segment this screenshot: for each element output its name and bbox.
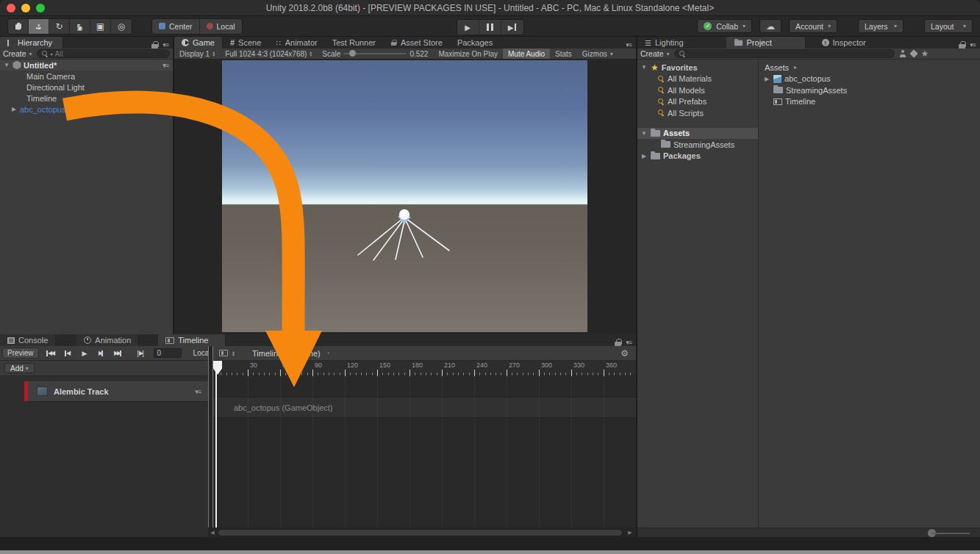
minimize-window-button[interactable] bbox=[21, 4, 30, 12]
tab-animation[interactable]: Animation bbox=[76, 334, 139, 346]
go-to-end-button[interactable]: ▶▶ bbox=[110, 350, 126, 356]
tab-console[interactable]: Console bbox=[0, 334, 56, 346]
rotate-tool-button[interactable]: ↻ bbox=[49, 19, 70, 34]
scene-menu-icon[interactable]: ▾≡ bbox=[162, 62, 168, 69]
file-streaming-assets[interactable]: StreamingAssets bbox=[759, 84, 980, 96]
gizmos-dropdown[interactable]: Gizmos▾ bbox=[577, 48, 618, 59]
hierarchy-item-main-camera[interactable]: Main Camera bbox=[0, 71, 173, 82]
panel-menu-icon[interactable]: ▾≡ bbox=[162, 41, 168, 48]
assets-folder-row[interactable]: ▼ Assets bbox=[637, 128, 758, 140]
project-search[interactable] bbox=[674, 49, 895, 58]
file-abc-octopus[interactable]: ▶ abc_octopus bbox=[759, 73, 980, 85]
next-frame-button[interactable]: ▶ bbox=[93, 350, 110, 356]
foldout-open-icon[interactable]: ▼ bbox=[640, 130, 648, 137]
streaming-assets-folder-row[interactable]: StreamingAssets bbox=[637, 139, 758, 151]
play-range-button[interactable]: [▶] bbox=[132, 350, 149, 357]
hierarchy-create-button[interactable]: Create▾ bbox=[3, 49, 32, 58]
zoom-window-button[interactable] bbox=[36, 4, 45, 12]
panel-menu-icon[interactable]: ▾≡ bbox=[626, 41, 632, 48]
tab-lighting[interactable]: ☰Lighting bbox=[637, 37, 691, 48]
transform-tool-button[interactable]: ◎ bbox=[111, 19, 132, 34]
clip-view-icon[interactable] bbox=[219, 350, 228, 356]
foldout-closed-icon[interactable]: ▶ bbox=[763, 76, 770, 82]
scroll-thumb[interactable] bbox=[218, 529, 623, 536]
account-dropdown[interactable]: Account▾ bbox=[789, 19, 837, 33]
move-tool-button[interactable]: ↔↕ bbox=[29, 19, 49, 34]
project-search-input[interactable] bbox=[688, 50, 890, 58]
alembic-track-lane[interactable]: abc_octopus (GameObject) bbox=[213, 397, 636, 418]
close-window-button[interactable] bbox=[7, 4, 15, 12]
timeline-lanes[interactable]: abc_octopus (GameObject) bbox=[213, 377, 636, 528]
foldout-open-icon[interactable]: ▼ bbox=[640, 64, 648, 71]
preview-button[interactable]: Preview bbox=[2, 348, 39, 359]
scale-tool-button[interactable]: ↖▣ bbox=[70, 19, 90, 34]
panel-menu-icon[interactable]: ▾≡ bbox=[970, 41, 976, 48]
tab-timeline[interactable]: Timeline bbox=[158, 334, 226, 346]
tab-scene[interactable]: #Scene bbox=[223, 37, 268, 48]
pivot-toggle-button[interactable]: Center bbox=[152, 19, 199, 34]
pause-button[interactable] bbox=[479, 20, 501, 35]
add-track-button[interactable]: Add▾ bbox=[4, 363, 35, 373]
aspect-dropdown[interactable]: Full 1024 4:3 (1024x768)▴▾ bbox=[220, 48, 317, 59]
project-create-button[interactable]: Create▾ bbox=[640, 49, 670, 58]
tab-project[interactable]: Project bbox=[726, 37, 806, 48]
rect-tool-button[interactable]: ▣ bbox=[90, 19, 111, 34]
hand-tool-button[interactable] bbox=[8, 19, 29, 34]
stats-toggle[interactable]: Stats bbox=[550, 48, 577, 59]
gear-icon[interactable]: ⚙ bbox=[620, 348, 629, 359]
packages-folder-row[interactable]: ▶ Packages bbox=[637, 151, 758, 162]
maximize-on-play-toggle[interactable]: Maximize On Play bbox=[433, 48, 503, 59]
frame-field[interactable]: 0 bbox=[154, 348, 182, 358]
tab-animator[interactable]: ∷Animator bbox=[268, 37, 324, 48]
mute-audio-toggle[interactable]: Mute Audio bbox=[503, 48, 550, 59]
file-timeline[interactable]: Timeline bbox=[759, 96, 980, 108]
track-menu-icon[interactable]: ▾≡ bbox=[195, 388, 201, 395]
playhead-line[interactable] bbox=[215, 361, 217, 528]
favorites-root[interactable]: ▼ ★ Favorites bbox=[637, 62, 758, 73]
layers-dropdown[interactable]: Layers▾ bbox=[858, 19, 904, 33]
search-by-label-icon[interactable] bbox=[909, 49, 918, 57]
timeline-ruler[interactable]: 306090120150180210240270300330360 bbox=[213, 361, 636, 376]
tab-packages[interactable]: Packages bbox=[450, 37, 500, 48]
timeline-hscrollbar[interactable]: ◀ ▶ bbox=[208, 528, 636, 537]
hierarchy-item-directional-light[interactable]: Directional Light bbox=[0, 82, 173, 93]
timeline-selector-icon[interactable]: ▴▾ bbox=[232, 350, 235, 356]
display-dropdown[interactable]: Display 1▴▾ bbox=[174, 48, 220, 59]
tab-game[interactable]: Game bbox=[174, 37, 223, 48]
space-toggle-button[interactable]: Local bbox=[200, 19, 242, 34]
hierarchy-item-abc-octopus[interactable]: ▶ abc_octopus bbox=[0, 104, 173, 115]
panel-menu-icon[interactable]: ▾≡ bbox=[626, 339, 632, 346]
timeline-play-button[interactable]: ▶ bbox=[76, 350, 93, 357]
favorites-all-scripts[interactable]: All Scripts bbox=[637, 107, 758, 119]
tab-inspector[interactable]: !Inspector bbox=[815, 37, 873, 48]
go-to-start-button[interactable]: ◀◀ bbox=[42, 350, 59, 356]
hierarchy-item-timeline[interactable]: Timeline bbox=[0, 93, 173, 104]
tab-asset-store[interactable]: Asset Store bbox=[383, 37, 450, 48]
step-button[interactable]: ▶ bbox=[501, 20, 523, 35]
play-button[interactable]: ▶ bbox=[457, 20, 479, 35]
scroll-left-arrow[interactable]: ◀ bbox=[208, 530, 217, 536]
game-viewport[interactable] bbox=[222, 60, 587, 332]
favorites-filter-icon[interactable]: ★ bbox=[921, 50, 929, 57]
favorites-all-models[interactable]: All Models bbox=[637, 84, 758, 96]
lock-icon[interactable] bbox=[615, 339, 621, 346]
lock-icon[interactable] bbox=[151, 41, 158, 48]
previous-frame-button[interactable]: ◀ bbox=[59, 350, 76, 356]
lock-icon[interactable] bbox=[959, 41, 965, 48]
thumbnail-zoom-slider[interactable] bbox=[931, 533, 970, 534]
timeline-breadcrumb[interactable]: Timeline (Timeline) bbox=[252, 349, 321, 358]
layout-dropdown[interactable]: Layout▾ bbox=[924, 19, 973, 33]
tab-test-runner[interactable]: Test Runner bbox=[325, 37, 383, 48]
foldout-closed-icon[interactable]: ▶ bbox=[640, 153, 648, 159]
hierarchy-search[interactable]: ▾ bbox=[37, 49, 170, 58]
cloud-button[interactable]: ☁ bbox=[759, 19, 782, 33]
scale-slider-knob[interactable] bbox=[349, 50, 356, 57]
tab-hierarchy[interactable]: Hierarchy bbox=[0, 37, 63, 48]
hierarchy-search-input[interactable] bbox=[55, 50, 165, 58]
scene-row[interactable]: ▼ Untitled* ▾≡ bbox=[0, 60, 173, 71]
foldout-closed-icon[interactable]: ▶ bbox=[10, 106, 18, 112]
foldout-open-icon[interactable]: ▼ bbox=[3, 62, 10, 68]
scale-slider-track[interactable] bbox=[343, 53, 407, 54]
scale-slider[interactable]: Scale 0.522 bbox=[317, 48, 433, 59]
timeline-splitter[interactable] bbox=[208, 346, 213, 528]
